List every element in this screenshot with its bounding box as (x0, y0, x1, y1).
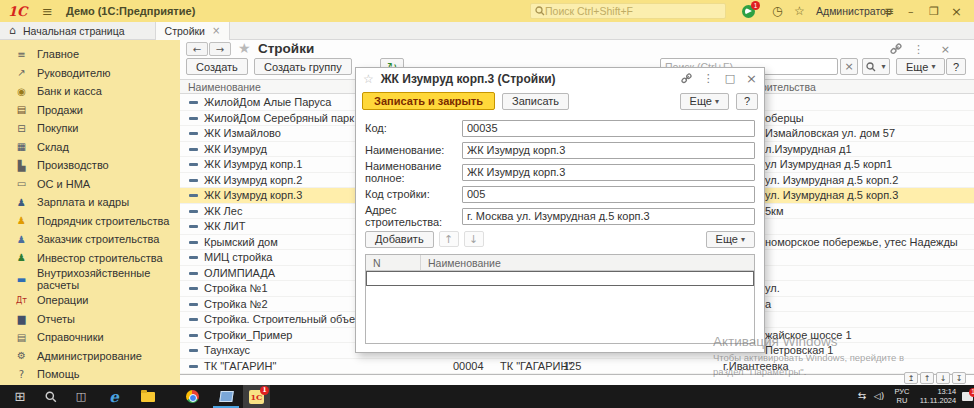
file-explorer-icon[interactable] (136, 385, 160, 408)
taskbar-search-icon[interactable] (40, 385, 62, 408)
tab-stroyki[interactable]: Стройки × (155, 22, 231, 40)
create-button[interactable]: Создать (186, 58, 248, 75)
main-menu-icon[interactable]: ≡ (42, 0, 53, 22)
prev-page-button[interactable]: ↑ (920, 372, 934, 384)
current-user[interactable]: Администратор (816, 0, 892, 22)
field-input[interactable] (462, 164, 755, 181)
item-dash-icon (189, 349, 198, 352)
field-input[interactable] (462, 142, 755, 159)
language-indicator[interactable]: РУСRU (892, 385, 912, 408)
sidebar-item[interactable]: ▦Склад (0, 138, 180, 157)
sidebar-item[interactable]: ?Помощь (0, 365, 180, 384)
notifications-button[interactable]: 1 (742, 0, 755, 22)
clear-search-button[interactable]: × (840, 58, 858, 75)
row-name: Стройка №2 (204, 298, 268, 310)
create-group-button[interactable]: Создать группу (254, 58, 352, 75)
sidebar-item[interactable]: ⊟Покупки (0, 119, 180, 138)
field-input[interactable] (462, 186, 755, 203)
search-options-button[interactable]: ▾ (862, 58, 890, 75)
sidebar-item[interactable]: ▆Отчеты (0, 310, 180, 329)
factory-icon: ▙ (14, 160, 29, 171)
help-button[interactable]: ? (946, 58, 966, 75)
volume-icon[interactable]: ◁) (871, 385, 887, 408)
get-link-icon[interactable] (890, 43, 902, 55)
row-address: ул. Изумрудная д.5 корп.2 (765, 174, 898, 186)
home-icon[interactable]: ⌂ (9, 24, 16, 37)
sidebar-item[interactable]: ▤Справочники (0, 328, 180, 347)
get-link-icon[interactable] (681, 73, 692, 84)
column-name[interactable]: Наименование (421, 257, 501, 269)
close-icon[interactable]: × (746, 71, 757, 86)
sidebar-item[interactable]: ▤Продажи (0, 101, 180, 120)
tab-home[interactable]: Начальная страница (23, 25, 125, 37)
last-page-button[interactable]: ↧ (952, 372, 966, 384)
more-actions-icon[interactable]: ⋮ (913, 43, 924, 56)
sidebar-item[interactable]: ♟Зарплата и кадры (0, 193, 180, 212)
history-icon[interactable]: ◷ (772, 0, 782, 22)
next-page-button[interactable]: ↓ (936, 372, 950, 384)
table-row[interactable]: ТК "ГАГАРИН"00004ТК "ГАГАРИН"125г.Иванте… (180, 359, 974, 375)
app-window-icon[interactable] (212, 385, 240, 408)
sidebar-item[interactable]: ♟Заказчик строительства (0, 230, 180, 249)
favorite-star-icon[interactable]: ★ (238, 40, 251, 56)
active-empty-row[interactable] (366, 271, 754, 286)
favorite-star-icon[interactable]: ☆ (363, 72, 374, 86)
form-field: Адрес строительства: (356, 205, 764, 227)
search-icon (535, 6, 545, 16)
back-button[interactable]: ← (186, 42, 208, 56)
row-address: 5км (765, 205, 784, 217)
sidebar-item[interactable]: ▬Внутрихозяйственные расчеты (0, 267, 180, 291)
sidebar-item-label: Администрирование (37, 350, 142, 362)
restore-button[interactable]: ❐ (929, 0, 939, 22)
tab-close-icon[interactable]: × (212, 25, 220, 36)
clock-tray[interactable]: 13:1411.11.2024 (914, 385, 962, 408)
chrome-icon[interactable] (180, 385, 204, 408)
field-input[interactable] (462, 120, 755, 137)
task-view-icon[interactable]: ◫ (70, 385, 92, 408)
close-button[interactable]: × (951, 0, 962, 22)
row-name: МИЦ стройка (204, 251, 272, 263)
dialog-fields: Код:Наименование:Наименование полное:Код… (356, 113, 764, 227)
dialog-titlebar[interactable]: ☆ ЖК Изумруд корп.3 (Стройки) ⋮ □ × (356, 68, 764, 89)
more-button[interactable]: Еще▾ (896, 58, 945, 75)
column-n[interactable]: N (366, 255, 421, 270)
column-name[interactable]: Наименование (188, 81, 261, 93)
sidebar-item[interactable]: ↗Руководителю (0, 64, 180, 83)
close-tab-icon[interactable]: × (941, 43, 950, 56)
field-label: Наименование полное: (365, 160, 462, 184)
network-icon[interactable]: ⇆ (854, 385, 870, 408)
sidebar-item[interactable]: ⚙Администрирование (0, 347, 180, 366)
start-button[interactable]: ⊞ (8, 385, 32, 408)
dialog-help-button[interactable]: ? (736, 93, 758, 110)
sidebar-item[interactable]: ♟Инвестор строительства (0, 249, 180, 268)
sidebar-item[interactable]: ≡Главное (0, 45, 180, 64)
row-address: ул. Изумрудная д.5 корп.3 (765, 189, 898, 201)
save-button[interactable]: Записать (502, 93, 569, 110)
1c-taskbar-icon[interactable]: 1С1 (243, 385, 270, 408)
internet-explorer-icon[interactable]: e (102, 385, 126, 408)
minimize-button[interactable]: – (908, 0, 914, 22)
field-input[interactable] (462, 208, 755, 225)
dialog-more-button[interactable]: Еще▾ (680, 93, 729, 110)
sidebar-item[interactable]: ◉Банк и касса (0, 82, 180, 101)
service-menu-icon[interactable]: ≡ (884, 0, 894, 22)
table-more-button[interactable]: Еще▾ (706, 231, 755, 248)
first-page-button[interactable]: ↥ (904, 372, 918, 384)
sidebar-item[interactable]: ДтОперации (0, 291, 180, 310)
form-field: Наименование полное: (356, 161, 764, 183)
global-search-input[interactable] (545, 5, 715, 17)
save-close-button[interactable]: Записать и закрыть (362, 92, 495, 110)
sidebar-item[interactable]: ▙Производство (0, 156, 180, 175)
move-down-button[interactable]: ↓ (464, 231, 484, 247)
sidebar-item[interactable]: ▭ОС и НМА (0, 175, 180, 194)
more-actions-icon[interactable]: ⋮ (703, 72, 714, 85)
favorites-icon[interactable]: ☆ (794, 0, 805, 22)
sidebar-item[interactable]: ♟Подрядчик строительства (0, 212, 180, 231)
forward-button[interactable]: → (209, 42, 231, 56)
global-search[interactable] (530, 3, 726, 19)
add-button[interactable]: Добавить (365, 231, 434, 248)
form-field: Код стройки: (356, 183, 764, 205)
maximize-icon[interactable]: □ (725, 72, 735, 85)
move-up-button[interactable]: ↑ (439, 231, 459, 247)
action-center-icon[interactable]: 1 (960, 385, 974, 408)
